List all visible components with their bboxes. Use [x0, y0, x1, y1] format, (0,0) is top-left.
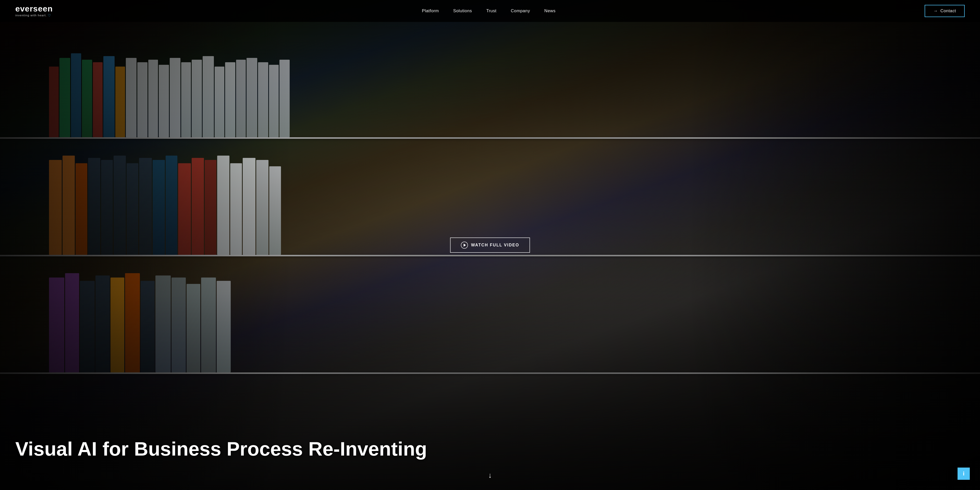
- hero-title: Visual AI for Business Process Re-Invent…: [15, 438, 870, 459]
- play-triangle: [463, 244, 466, 247]
- nav-links: Platform Solutions Trust Company News: [422, 8, 555, 14]
- scroll-down-indicator[interactable]: ↓: [485, 471, 495, 480]
- hero-overlay-right: [686, 0, 980, 490]
- watch-video-button[interactable]: WATCH FULL VIDEO: [450, 238, 530, 253]
- contact-label: Contact: [940, 8, 956, 14]
- nav-item-platform[interactable]: Platform: [422, 8, 439, 14]
- scroll-down-arrow: ↓: [485, 471, 495, 480]
- watch-video-label: WATCH FULL VIDEO: [471, 243, 519, 247]
- hero-content: Visual AI for Business Process Re-Invent…: [0, 438, 980, 490]
- info-button[interactable]: i: [958, 468, 970, 480]
- watch-video-container: WATCH FULL VIDEO: [450, 238, 530, 253]
- hero-overlay-left: [0, 0, 294, 490]
- logo[interactable]: everseen inventing with heart. ♡: [15, 5, 53, 17]
- heart-icon: ♡: [48, 13, 51, 17]
- contact-arrow: →: [933, 8, 938, 14]
- contact-button[interactable]: → Contact: [924, 5, 965, 17]
- navbar: everseen inventing with heart. ♡ Platfor…: [0, 0, 980, 22]
- logo-tagline: inventing with heart. ♡: [15, 13, 51, 17]
- logo-name: everseen: [15, 5, 53, 13]
- info-icon: i: [963, 470, 964, 477]
- nav-item-company[interactable]: Company: [511, 8, 530, 14]
- play-icon: [461, 241, 468, 249]
- nav-item-news[interactable]: News: [544, 8, 555, 14]
- nav-item-trust[interactable]: Trust: [486, 8, 496, 14]
- hero-section: WATCH FULL VIDEO Visual AI for Business …: [0, 0, 980, 490]
- nav-item-solutions[interactable]: Solutions: [453, 8, 472, 14]
